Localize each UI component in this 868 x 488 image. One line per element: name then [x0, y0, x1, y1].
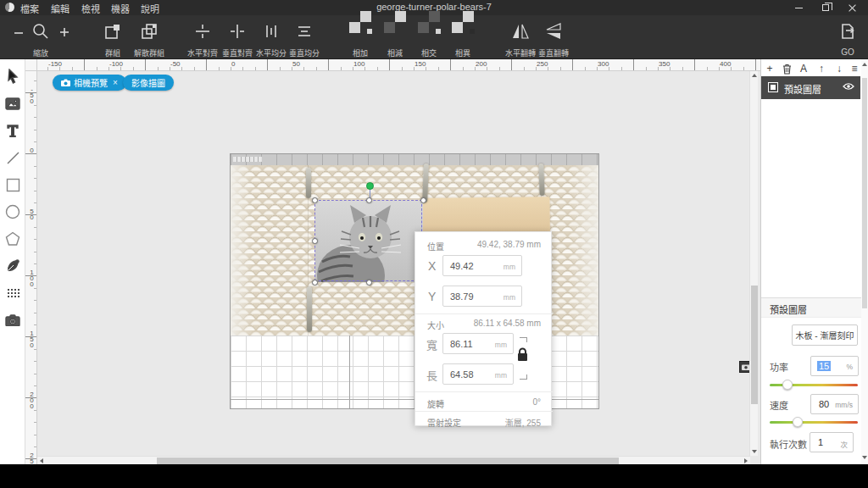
ruler-h-label: 50 — [292, 60, 300, 68]
zoom-in-icon — [58, 22, 70, 42]
layer-checkbox[interactable] — [768, 82, 778, 92]
pin-photo — [538, 164, 544, 196]
flip-horizontal-button[interactable]: 水平翻轉 — [502, 19, 539, 58]
hscroll-thumb[interactable] — [157, 458, 619, 464]
boolean-subtract-button[interactable]: 相減 — [376, 19, 414, 58]
move-layer-up-button[interactable]: ↑ — [815, 63, 828, 75]
resize-handle-s[interactable] — [366, 280, 372, 286]
ruler-h-label: 0 — [231, 60, 235, 68]
camera-tool[interactable] — [0, 309, 25, 331]
group-button[interactable]: 群組 — [94, 19, 131, 58]
selected-image-object[interactable] — [315, 201, 423, 282]
boolean-difference-button[interactable]: 相異 — [444, 19, 481, 58]
text-tool[interactable] — [0, 119, 25, 141]
layer-visibility-eye-icon[interactable] — [843, 82, 854, 91]
speed-slider-knob[interactable] — [793, 417, 803, 427]
ruler-h-label: 400 — [720, 60, 731, 68]
close-preview-icon[interactable]: × — [113, 78, 118, 87]
vertical-scrollbar[interactable] — [749, 71, 758, 456]
ellipse-tool[interactable] — [0, 201, 25, 223]
boolean-intersect-button[interactable]: 相交 — [410, 19, 448, 58]
boolean-difference-label: 相異 — [455, 47, 470, 58]
rename-layer-button[interactable]: A — [797, 63, 810, 75]
align-horizontal-icon — [193, 22, 212, 44]
move-layer-down-button[interactable]: ↓ — [832, 63, 846, 75]
y-label: Y — [428, 290, 436, 303]
rectangle-tool[interactable] — [0, 174, 25, 196]
align-horizontal-button[interactable]: 水平對齊 — [184, 19, 221, 58]
object-properties-panel: 位置 49.42, 38.79 mm X 49.42mm Y 38.79mm 大… — [415, 231, 552, 426]
boolean-subtract-label: 相減 — [387, 47, 403, 58]
power-slider[interactable] — [770, 384, 858, 386]
restore-button[interactable] — [814, 0, 837, 15]
panel-scroll-thumb[interactable] — [862, 78, 867, 308]
horizontal-scrollbar[interactable] — [37, 456, 750, 464]
flip-vertical-button[interactable]: 垂直翻轉 — [535, 19, 572, 58]
polygon-tool[interactable] — [0, 228, 25, 250]
speed-slider[interactable] — [770, 421, 858, 424]
aspect-lock-icon[interactable] — [516, 347, 529, 362]
vscroll-thumb[interactable] — [751, 286, 758, 404]
laser-config-label: 雷射設定 — [427, 416, 461, 429]
resize-handle-ne[interactable] — [420, 197, 426, 203]
laser-config-value[interactable]: 漸層, 255 — [505, 416, 541, 429]
pin-photo — [306, 168, 311, 198]
scroll-left-icon[interactable] — [40, 458, 43, 463]
camera-icon — [61, 79, 70, 86]
restore-icon — [822, 4, 829, 11]
y-input[interactable]: 38.79mm — [442, 286, 522, 307]
image-trace-tab[interactable]: 影像描圖 — [123, 75, 174, 91]
resize-handle-nw[interactable] — [312, 197, 318, 203]
add-layer-button[interactable]: + — [763, 63, 776, 75]
speed-input[interactable]: 80mm/s — [810, 394, 859, 414]
panel-scroll-up-icon[interactable] — [862, 63, 867, 66]
image-trace-label: 影像描圖 — [131, 76, 165, 89]
preset-dropdown[interactable]: 木板 - 漸層刻印 — [792, 324, 858, 346]
power-input[interactable]: 15% — [810, 356, 859, 376]
ruler-v-label: 50 — [28, 208, 36, 219]
panel-scroll-down-icon[interactable] — [862, 456, 867, 459]
line-tool[interactable] — [0, 147, 25, 169]
zoom-in-button[interactable] — [49, 19, 80, 58]
width-input[interactable]: 86.11mm — [442, 333, 514, 354]
close-button[interactable] — [841, 0, 865, 15]
distribute-horizontal-label: 水平均分 — [256, 47, 287, 58]
distribute-horizontal-button[interactable]: 水平均分 — [253, 19, 290, 58]
pen-tool[interactable] — [0, 255, 25, 277]
resize-handle-sw[interactable] — [312, 280, 318, 286]
scroll-right-icon[interactable] — [744, 458, 748, 463]
merge-layer-button[interactable]: ≡ — [848, 63, 861, 75]
go-label: GO — [841, 47, 854, 57]
grid-array-tool[interactable] — [0, 282, 25, 304]
resize-handle-w[interactable] — [312, 238, 318, 244]
align-vertical-button[interactable]: 垂直對齊 — [219, 19, 256, 58]
delete-layer-button[interactable] — [780, 63, 793, 75]
cursor-tool[interactable] — [0, 65, 25, 87]
rotation-value[interactable]: 0° — [532, 397, 541, 407]
repeat-input[interactable]: 1次 — [810, 432, 854, 452]
panel-scrollbar[interactable] — [861, 59, 868, 464]
size-summary: 86.11 x 64.58 mm — [474, 319, 541, 328]
boolean-union-button[interactable]: 相加 — [342, 19, 379, 58]
layer-item-selected[interactable]: 預設圖層 — [761, 76, 860, 99]
flip-vertical-icon — [544, 22, 563, 44]
rotation-handle[interactable] — [366, 182, 374, 190]
resize-handle-n[interactable] — [366, 197, 372, 203]
export-go-icon — [838, 22, 857, 44]
x-input[interactable]: 49.42mm — [442, 255, 522, 276]
camera-preview-tab[interactable]: 相機預覽 × — [53, 75, 126, 91]
photo-tool[interactable] — [0, 92, 25, 114]
canvas-workspace[interactable]: -150-100-50050100150200250300350400 -500… — [25, 59, 760, 464]
height-label: 長 — [426, 367, 437, 383]
height-input[interactable]: 64.58mm — [442, 363, 514, 385]
scroll-down-icon[interactable] — [752, 450, 757, 453]
distribute-vertical-button[interactable]: 垂直均分 — [286, 19, 323, 58]
ungroup-button[interactable]: 解散群組 — [131, 19, 168, 58]
preset-value: 木板 - 漸層刻印 — [796, 329, 854, 341]
go-button[interactable]: GO — [829, 19, 866, 58]
ruler-v-label: 150 — [28, 330, 36, 347]
minimize-button[interactable] — [787, 0, 810, 15]
scroll-up-icon[interactable] — [752, 74, 757, 77]
power-slider-knob[interactable] — [782, 380, 793, 390]
zoom-label: 縮放 — [33, 47, 48, 58]
